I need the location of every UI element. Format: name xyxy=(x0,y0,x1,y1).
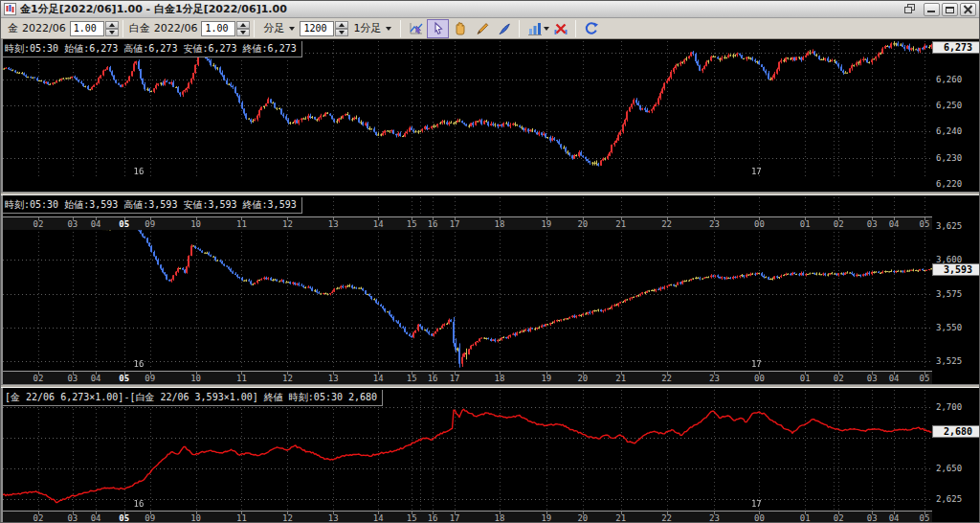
gold-chart-panel: 時刻:05:30 始値:6,273 高値:6,273 安値:6,273 終値:6… xyxy=(1,39,980,192)
y-axis-label: 6,250 xyxy=(936,101,962,110)
time-axis-label: 23 xyxy=(709,219,720,229)
gold-ratio-input[interactable] xyxy=(70,21,104,36)
time-axis-label: 18 xyxy=(494,219,504,229)
interval-dropdown[interactable]: 1分足 xyxy=(348,19,396,37)
y-axis-label: 2,625 xyxy=(936,494,962,504)
time-axis-label: 03 xyxy=(867,513,878,523)
crossline-tool-button[interactable] xyxy=(405,19,427,38)
bar-count-input[interactable] xyxy=(300,21,334,36)
time-axis-label: 03 xyxy=(67,513,78,523)
time-axis-label: 02 xyxy=(834,374,844,383)
time-axis-label: 20 xyxy=(577,513,588,523)
time-axis-label: 23 xyxy=(709,374,720,383)
y-axis-label: 3,525 xyxy=(936,356,962,366)
pan-tool-button[interactable] xyxy=(449,19,471,38)
time-axis-label: 05 xyxy=(920,374,930,383)
delete-x-icon xyxy=(553,21,568,36)
last-price-badge: 6,273 xyxy=(932,41,980,54)
time-axis-label: 05 xyxy=(920,513,930,523)
time-axis-label: 02 xyxy=(834,513,844,523)
window-title: 金1分足[2022/06]1.00 - 白金1分足[2022/06]1.00 xyxy=(20,2,903,16)
time-axis-label: 09 xyxy=(145,219,155,229)
refresh-button[interactable] xyxy=(580,19,602,38)
app-icon xyxy=(4,3,16,15)
time-axis-label: 02 xyxy=(834,219,844,229)
time-axis-label: 12 xyxy=(282,374,293,383)
time-axis-label: 15 xyxy=(407,513,417,523)
time-axis-label: 14 xyxy=(373,513,384,523)
hand-icon xyxy=(453,21,468,36)
time-axis: 0203040509101112131415161718192021222300… xyxy=(3,371,932,384)
time-axis-label: 16 xyxy=(428,374,438,383)
time-axis-label: 03 xyxy=(867,219,878,229)
gold-ratio-spinner[interactable] xyxy=(105,21,119,36)
time-axis-label: 17 xyxy=(450,219,460,229)
gold-contract[interactable]: 2022/06 xyxy=(22,22,66,34)
time-axis-label: 15 xyxy=(407,219,417,229)
time-axis-label: 13 xyxy=(328,219,339,229)
time-axis-label: 16 xyxy=(428,219,438,229)
time-axis-label: 15 xyxy=(407,374,417,383)
time-axis: 0203040509101112131415161718192021222300… xyxy=(3,511,932,523)
chevron-down-icon xyxy=(289,27,295,31)
platinum-ratio-input[interactable] xyxy=(201,21,235,36)
spread-y-axis: 2,7002,6502,6252,680 xyxy=(932,390,980,523)
time-axis-label: 01 xyxy=(800,374,811,383)
time-axis-label: 17 xyxy=(450,513,460,523)
time-axis-label: 05 xyxy=(119,219,129,229)
draw-tool-button[interactable] xyxy=(471,19,493,38)
chart-type-button[interactable] xyxy=(523,19,546,38)
y-axis-label: 3,575 xyxy=(936,289,962,299)
time-axis-label: 23 xyxy=(709,513,720,523)
time-axis-label: 22 xyxy=(661,374,672,383)
separator xyxy=(400,20,401,37)
separator xyxy=(122,20,123,37)
platinum-contract[interactable]: 2022/06 xyxy=(154,22,198,34)
y-axis-label: 3,550 xyxy=(936,323,962,332)
time-axis-label: 14 xyxy=(373,219,384,229)
time-axis-label: 19 xyxy=(541,374,551,383)
time-axis-label: 11 xyxy=(236,513,247,523)
platinum-label: 白金 xyxy=(129,21,150,35)
gold-plot-area[interactable]: 時刻:05:30 始値:6,273 高値:6,273 安値:6,273 終値:6… xyxy=(3,41,932,177)
separator xyxy=(254,20,255,37)
select-tool-button[interactable] xyxy=(427,19,449,38)
time-axis-label: 11 xyxy=(236,219,247,229)
last-price-badge: 2,680 xyxy=(932,425,980,438)
time-axis-label: 16 xyxy=(428,513,438,523)
minimize-button[interactable] xyxy=(924,3,940,16)
y-axis-label: 3,625 xyxy=(936,221,962,231)
mdi-restore-icon[interactable] xyxy=(903,3,918,15)
time-axis-label: 00 xyxy=(754,374,765,383)
platinum-ratio-spinner[interactable] xyxy=(236,21,250,36)
time-axis-label: 03 xyxy=(67,374,78,383)
y-axis-label: 6,220 xyxy=(936,179,962,189)
separator xyxy=(519,20,520,37)
refresh-icon xyxy=(584,21,599,36)
time-axis-label: 09 xyxy=(145,513,155,523)
bar-count-spinner[interactable] xyxy=(335,21,348,36)
time-axis-label: 04 xyxy=(91,219,101,229)
spread-chart-header: [金 22/06 6,273×1.00]-[白金 22/06 3,593×1.0… xyxy=(3,390,383,406)
time-axis-label: 02 xyxy=(33,513,43,523)
maximize-button[interactable] xyxy=(942,3,958,16)
y-axis-label: 2,650 xyxy=(936,464,962,473)
time-axis-label: 05 xyxy=(920,219,930,229)
time-axis-label: 02 xyxy=(33,219,43,229)
pen-tool-button[interactable] xyxy=(493,19,515,38)
spread-plot-area[interactable]: [金 22/06 6,273×1.00]-[白金 22/06 3,593×1.0… xyxy=(3,390,932,510)
time-axis-label: 21 xyxy=(615,513,626,523)
time-axis-label: 03 xyxy=(67,219,78,229)
delete-drawings-button[interactable] xyxy=(549,19,571,38)
pen-icon xyxy=(497,21,512,36)
select-arrow-icon xyxy=(431,21,446,36)
toolbar: 金 2022/06 白金 2022/06 分足 1分足 xyxy=(1,18,979,39)
time-axis-label: 04 xyxy=(91,513,101,523)
gold-y-axis: 6,2606,2506,2406,2306,2206,273 xyxy=(932,41,980,191)
close-button[interactable] xyxy=(960,3,976,16)
bar-type-dropdown[interactable]: 分足 xyxy=(258,19,300,37)
interval-label: 1分足 xyxy=(353,21,381,35)
chevron-down-icon xyxy=(386,27,391,31)
time-axis-label: 11 xyxy=(236,374,247,383)
time-axis-label: 18 xyxy=(494,513,504,523)
